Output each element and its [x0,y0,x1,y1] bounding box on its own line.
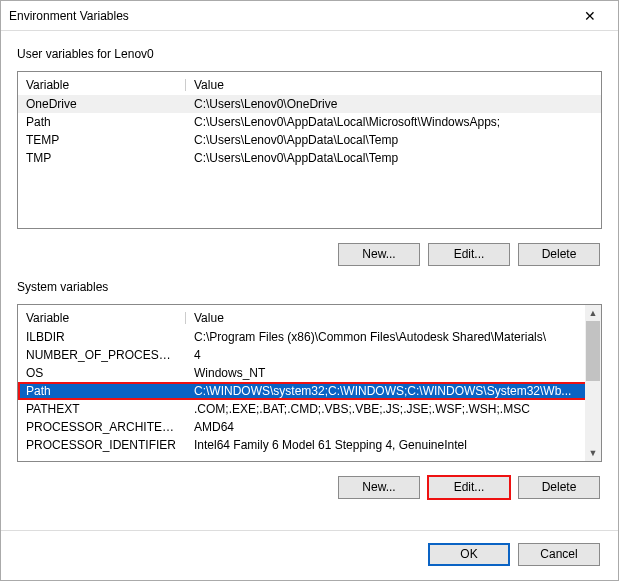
table-row[interactable]: PATHEXT .COM;.EXE;.BAT;.CMD;.VBS;.VBE;.J… [18,400,601,418]
col-header-value[interactable]: Value [186,76,601,95]
system-header-row: Variable Value [18,309,601,328]
table-row[interactable]: OS Windows_NT [18,364,601,382]
edit-button[interactable]: Edit... [428,243,510,266]
cell-value: C:\Users\Lenov0\OneDrive [186,95,601,113]
cell-value: C:\Program Files (x86)\Common Files\Auto… [186,328,601,346]
scroll-down-icon[interactable]: ▼ [585,445,601,461]
cancel-button[interactable]: Cancel [518,543,600,566]
titlebar: Environment Variables ✕ [1,1,618,31]
scrollbar[interactable]: ▲ ▼ [585,305,601,461]
scroll-up-icon[interactable]: ▲ [585,305,601,321]
cell-value: C:\Users\Lenov0\AppData\Local\Temp [186,149,601,167]
user-buttons: New... Edit... Delete [17,237,602,266]
delete-button[interactable]: Delete [518,243,600,266]
system-buttons: New... Edit... Delete [17,470,602,499]
cell-variable: OS [18,364,186,382]
cell-variable: TMP [18,149,186,167]
cell-variable: Path [18,113,186,131]
cell-value: Windows_NT [186,364,601,382]
cell-value: Intel64 Family 6 Model 61 Stepping 4, Ge… [186,436,601,454]
table-row-selected[interactable]: Path C:\WINDOWS\system32;C:\WINDOWS;C:\W… [18,382,601,400]
user-header-row: Variable Value [18,76,601,95]
scroll-thumb[interactable] [586,321,600,381]
col-header-value[interactable]: Value [186,309,601,328]
cell-variable: ILBDIR [18,328,186,346]
table-row[interactable]: PROCESSOR_ARCHITECTURE AMD64 [18,418,601,436]
cell-variable: PATHEXT [18,400,186,418]
ok-button[interactable]: OK [428,543,510,566]
system-vars-listbox[interactable]: Variable Value ILBDIR C:\Program Files (… [17,304,602,462]
dialog-content: User variables for Lenov0 Variable Value… [1,31,618,530]
cell-value: C:\Users\Lenov0\AppData\Local\Temp [186,131,601,149]
cell-value: .COM;.EXE;.BAT;.CMD;.VBS;.VBE;.JS;.JSE;.… [186,400,601,418]
cell-variable: TEMP [18,131,186,149]
dialog-footer: OK Cancel [1,530,618,580]
table-row[interactable]: TMP C:\Users\Lenov0\AppData\Local\Temp [18,149,601,167]
cell-variable: NUMBER_OF_PROCESSORS [18,346,186,364]
col-header-variable[interactable]: Variable [18,76,186,95]
cell-variable: OneDrive [18,95,186,113]
new-button[interactable]: New... [338,243,420,266]
cell-value: C:\Users\Lenov0\AppData\Local\Microsoft\… [186,113,601,131]
window-title: Environment Variables [9,9,570,23]
delete-button[interactable]: Delete [518,476,600,499]
table-row[interactable]: Path C:\Users\Lenov0\AppData\Local\Micro… [18,113,601,131]
table-row[interactable]: TEMP C:\Users\Lenov0\AppData\Local\Temp [18,131,601,149]
table-row[interactable]: PROCESSOR_IDENTIFIER Intel64 Family 6 Mo… [18,436,601,454]
table-row[interactable]: ILBDIR C:\Program Files (x86)\Common Fil… [18,328,601,346]
cell-value: AMD64 [186,418,601,436]
close-icon[interactable]: ✕ [570,8,610,24]
cell-variable: PROCESSOR_ARCHITECTURE [18,418,186,436]
new-button[interactable]: New... [338,476,420,499]
system-vars-label: System variables [17,280,602,294]
cell-value: 4 [186,346,601,364]
edit-button[interactable]: Edit... [428,476,510,499]
col-header-variable[interactable]: Variable [18,309,186,328]
table-row[interactable]: OneDrive C:\Users\Lenov0\OneDrive [18,95,601,113]
user-vars-label: User variables for Lenov0 [17,47,602,61]
cell-variable: Path [18,382,186,400]
table-row[interactable]: NUMBER_OF_PROCESSORS 4 [18,346,601,364]
user-vars-listbox[interactable]: Variable Value OneDrive C:\Users\Lenov0\… [17,71,602,229]
cell-value: C:\WINDOWS\system32;C:\WINDOWS;C:\WINDOW… [186,382,601,400]
cell-variable: PROCESSOR_IDENTIFIER [18,436,186,454]
